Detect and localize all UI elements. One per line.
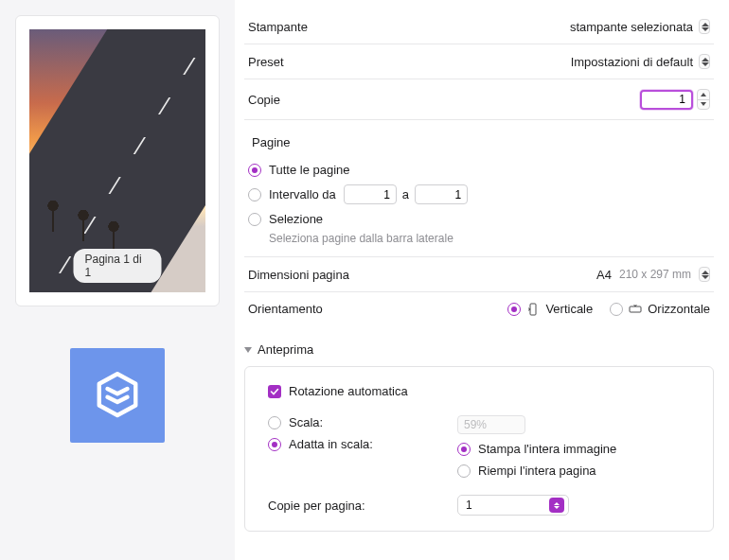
svg-rect-0 [530,304,536,315]
pages-all-option[interactable]: Tutte le pagine [248,159,710,181]
copies-row: Copie [244,79,714,120]
radio-icon [268,438,281,451]
chevron-updown-icon [699,54,710,69]
disclosure-triangle-icon [244,347,252,353]
selection-hint: Seleziona pagine dalla barra laterale [269,232,710,245]
svg-rect-1 [630,306,641,312]
chevron-updown-icon [549,498,564,513]
pages-label: Pagine [252,135,710,149]
radio-icon [507,303,521,316]
printer-label: Stampante [248,20,308,34]
copies-per-page-select[interactable]: 1 [457,495,569,516]
radio-icon [268,416,281,429]
page-size-label: Dimensioni pagina [248,268,349,282]
page-size-row: Dimensioni pagina A4 210 x 297 mm [244,257,714,292]
range-to-input[interactable] [415,184,468,204]
fit-option[interactable]: Adatta in scala: [268,433,457,455]
range-from-input[interactable] [344,184,397,204]
preview-thumbnail: Pagina 1 di 1 [29,29,205,292]
auto-rotate-option[interactable]: Rotazione automatica [268,380,698,402]
page-indicator: Pagina 1 di 1 [74,249,162,283]
printer-row: Stampante stampante selezionata [244,9,714,44]
page-size-dims: 210 x 297 mm [619,268,691,281]
orientation-portrait[interactable]: Verticale [507,302,593,316]
app-icon [70,348,165,443]
pages-range-option[interactable]: Intervallo da a [248,181,710,208]
radio-icon [457,464,471,478]
print-entire-option[interactable]: Stampa l'intera immagine [457,438,698,460]
radio-icon [248,188,261,201]
preset-label: Preset [248,55,284,69]
radio-icon [248,213,261,226]
orientation-label: Orientamento [248,302,323,316]
pages-section: Pagine Tutte le pagine Intervallo da a S… [244,120,714,257]
copies-stepper[interactable] [697,89,710,110]
preview-panel: Pagina 1 di 1 [0,0,235,560]
chevron-updown-icon [699,19,710,34]
settings-panel: Stampante stampante selezionata Preset I… [235,0,729,560]
copies-input[interactable] [640,90,693,110]
scale-percent-input[interactable] [457,415,525,434]
copies-label: Copie [248,93,280,107]
portrait-icon [526,303,540,316]
radio-icon [610,303,623,316]
copies-per-page-label: Copie per pagina: [268,499,365,513]
orientation-landscape[interactable]: Orizzontale [610,302,710,316]
radio-icon [457,443,471,456]
radio-icon [248,164,261,177]
chevron-updown-icon[interactable] [699,267,710,282]
fill-page-option[interactable]: Riempi l'intera pagina [457,460,698,481]
page-size-value: A4 [596,268,612,282]
landscape-icon [629,303,642,316]
preset-row: Preset Impostazioni di default [244,44,714,79]
printer-select[interactable]: stampante selezionata [570,19,710,34]
preset-select[interactable]: Impostazioni di default [571,54,710,69]
checkbox-checked-icon [268,385,281,398]
pages-selection-option[interactable]: Selezione [248,208,710,230]
orientation-row: Orientamento Verticale Orizzontale [244,292,714,325]
preview-disclosure[interactable]: Anteprima [244,342,714,357]
preview-options-panel: Rotazione automatica Scala: Adatta in sc… [244,366,714,532]
preview-card: Pagina 1 di 1 [15,15,220,306]
scale-option[interactable]: Scala: [268,411,457,433]
